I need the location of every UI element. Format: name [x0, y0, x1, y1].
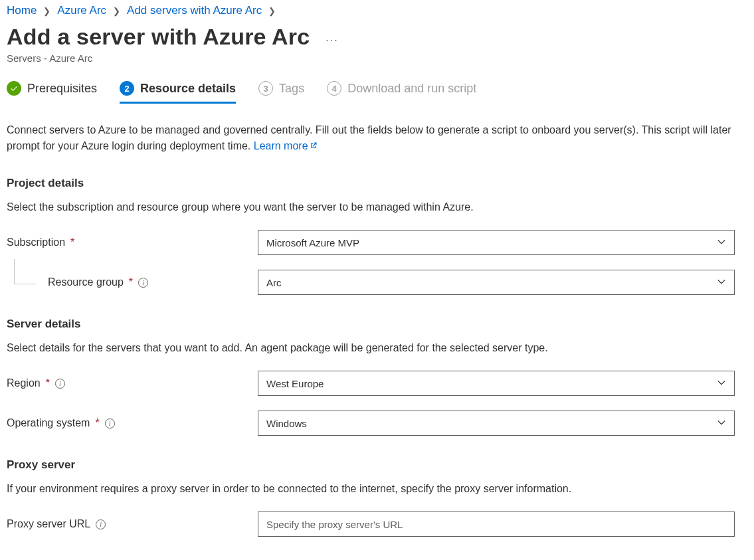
required-indicator: *	[129, 276, 133, 288]
proxy-url-field-container	[258, 512, 735, 537]
chevron-down-icon	[717, 277, 726, 288]
chevron-right-icon: ❯	[43, 6, 50, 16]
os-value: Windows	[266, 418, 307, 429]
resource-group-value: Arc	[266, 277, 282, 288]
required-indicator: *	[70, 236, 74, 248]
required-indicator: *	[46, 377, 50, 389]
subscription-value: Microsoft Azure MVP	[266, 237, 359, 248]
info-icon[interactable]: i	[55, 379, 65, 389]
step-number-icon: 3	[258, 81, 273, 96]
chevron-down-icon	[717, 418, 726, 429]
subscription-label: Subscription *	[7, 236, 258, 248]
resource-group-label: Resource group * i	[7, 276, 258, 288]
step-tags[interactable]: 3 Tags	[258, 81, 304, 102]
section-title-server: Server details	[7, 318, 747, 331]
info-icon[interactable]: i	[105, 419, 115, 428]
chevron-right-icon: ❯	[113, 6, 120, 16]
step-label: Resource details	[140, 82, 236, 96]
subscription-select[interactable]: Microsoft Azure MVP	[258, 230, 735, 255]
checkmark-icon	[7, 81, 21, 96]
section-desc-project: Select the subscription and resource gro…	[7, 199, 747, 215]
chevron-down-icon	[717, 378, 726, 389]
page-subtitle: Servers - Azure Arc	[7, 52, 747, 64]
chevron-down-icon	[717, 237, 726, 248]
chevron-right-icon: ❯	[268, 6, 276, 16]
step-number-icon: 2	[120, 81, 134, 96]
info-icon[interactable]: i	[138, 278, 148, 288]
step-number-icon: 4	[327, 81, 341, 96]
intro-text: Connect servers to Azure to be managed a…	[7, 122, 734, 154]
step-prerequisites[interactable]: Prerequisites	[7, 81, 97, 102]
section-title-project: Project details	[7, 177, 747, 190]
more-actions-button[interactable]: ···	[326, 28, 338, 47]
steps-nav: Prerequisites 2 Resource details 3 Tags …	[7, 81, 747, 102]
page-title: Add a server with Azure Arc	[7, 24, 310, 50]
proxy-url-label: Proxy server URL i	[7, 518, 258, 530]
section-title-proxy: Proxy server	[7, 458, 747, 472]
region-value: West Europe	[266, 378, 324, 389]
breadcrumb-add-servers[interactable]: Add servers with Azure Arc	[127, 4, 262, 17]
section-desc-proxy: If your environment requires a proxy ser…	[7, 481, 747, 497]
learn-more-link[interactable]: Learn more	[254, 140, 318, 151]
breadcrumb: Home ❯ Azure Arc ❯ Add servers with Azur…	[7, 4, 747, 24]
breadcrumb-home[interactable]: Home	[7, 4, 37, 17]
os-label: Operating system * i	[7, 417, 258, 429]
external-link-icon	[310, 141, 318, 149]
step-label: Tags	[279, 82, 304, 96]
os-select[interactable]: Windows	[258, 411, 735, 436]
breadcrumb-azure-arc[interactable]: Azure Arc	[57, 4, 106, 17]
step-download-script[interactable]: 4 Download and run script	[327, 81, 476, 102]
proxy-url-input[interactable]	[266, 519, 726, 530]
info-icon[interactable]: i	[96, 519, 106, 529]
step-label: Download and run script	[347, 82, 476, 96]
region-label: Region * i	[7, 377, 258, 389]
region-select[interactable]: West Europe	[258, 371, 735, 396]
step-resource-details[interactable]: 2 Resource details	[120, 81, 236, 102]
required-indicator: *	[95, 417, 99, 429]
resource-group-select[interactable]: Arc	[258, 270, 735, 295]
section-desc-server: Select details for the servers that you …	[7, 340, 747, 356]
step-label: Prerequisites	[27, 82, 97, 96]
indent-line	[14, 259, 37, 284]
